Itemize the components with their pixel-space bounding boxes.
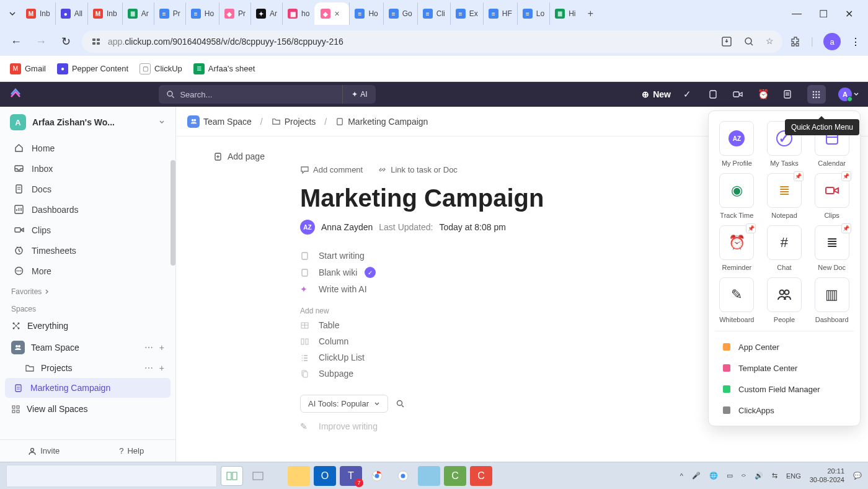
sidebar-item-view-all-spaces[interactable]: View all Spaces — [0, 399, 175, 419]
bookmark-item[interactable]: ≣Arfaa's sheet — [193, 63, 255, 74]
chrome-icon[interactable] — [366, 466, 388, 486]
cam2-icon[interactable]: C — [470, 466, 492, 486]
sidebar-item-docs[interactable]: Docs — [0, 179, 175, 199]
notepad-icon[interactable] — [418, 466, 440, 486]
explorer-icon[interactable] — [288, 466, 310, 486]
zoom-icon[interactable] — [743, 36, 755, 47]
browser-tab[interactable]: MInb — [87, 2, 122, 25]
bookmark-item[interactable]: ▢ClickUp — [140, 63, 182, 74]
sidebar-item-dashboards[interactable]: Dashboards — [0, 199, 175, 220]
browser-tab[interactable]: ≡Ex — [450, 2, 483, 25]
qa-my-profile[interactable]: AZMy Profile — [715, 121, 759, 167]
profile-avatar[interactable]: a — [823, 33, 841, 50]
user-menu[interactable]: A — [838, 87, 859, 101]
nav-reload-button[interactable]: ↻ — [57, 33, 74, 50]
teams-icon[interactable]: T7 — [340, 466, 362, 486]
sidebar-item-clips[interactable]: Clips — [0, 220, 175, 240]
alarm-icon[interactable]: ⏰ — [758, 89, 770, 100]
browser-tab[interactable]: ≡HF — [483, 2, 517, 25]
window-minimize[interactable]: — — [792, 8, 802, 20]
qa-clips[interactable]: 📌Clips — [810, 173, 854, 219]
crumb-doc[interactable]: Marketing Campaign — [348, 117, 428, 127]
sidebar-item-marketing-campaign[interactable]: Marketing Campaign — [5, 378, 170, 398]
qa-notepad[interactable]: ≣📌Notepad — [763, 173, 807, 219]
battery-icon[interactable]: ▭ — [727, 472, 733, 480]
qa-people[interactable]: People — [763, 277, 807, 323]
tray-chevron-icon[interactable]: ^ — [680, 472, 683, 480]
ai-button[interactable]: ✦ AI — [342, 85, 376, 104]
browser-tab[interactable]: ≣Ar — [122, 2, 154, 25]
check-icon[interactable]: ✓ — [683, 89, 696, 100]
extensions-icon[interactable] — [790, 36, 801, 47]
tab-close-icon[interactable]: × — [334, 9, 343, 19]
taskview-icon[interactable] — [221, 466, 243, 486]
sidebar-item-inbox[interactable]: Inbox — [0, 158, 175, 179]
browser-tab[interactable]: ✦Ar — [250, 2, 282, 25]
sidebar-scrollbar[interactable] — [170, 160, 175, 266]
clickup-logo-icon[interactable] — [9, 87, 22, 101]
pin-icon[interactable]: 📌 — [841, 171, 851, 181]
doc-icon[interactable] — [782, 89, 795, 99]
qa-list-app-center[interactable]: App Center — [715, 336, 854, 357]
add-icon[interactable]: + — [159, 363, 164, 373]
bookmark-item[interactable]: ●Pepper Content — [57, 63, 128, 74]
more-icon[interactable]: ⋯ — [144, 343, 153, 352]
qa-reminder[interactable]: ⏰📌Reminder — [715, 225, 759, 271]
browser-tab[interactable]: ≡Ho — [185, 2, 219, 25]
clipboard-icon[interactable] — [708, 89, 720, 99]
browser-tab[interactable]: ≣Hi — [549, 2, 580, 25]
more-icon[interactable]: ⋯ — [144, 363, 153, 373]
bookmark-star-icon[interactable]: ☆ — [766, 36, 774, 47]
qa-list-template-center[interactable]: Template Center — [715, 357, 854, 379]
qa-new-doc[interactable]: ≣📌New Doc — [810, 225, 854, 271]
pin-icon[interactable]: 📌 — [746, 223, 756, 233]
sidebar-item-timesheets[interactable]: Timesheets — [0, 240, 175, 261]
nav-forward-button[interactable]: → — [32, 33, 50, 50]
invite-button[interactable]: Invite — [0, 440, 88, 462]
qa-dashboard[interactable]: ▥Dashboard — [810, 277, 854, 323]
qa-list-clickapps[interactable]: ClickApps — [715, 400, 854, 421]
browser-tab[interactable]: ▦ho — [282, 2, 314, 25]
browser-tab[interactable]: MInb — [21, 2, 55, 25]
outlook-icon[interactable]: O — [314, 466, 336, 486]
tab-list-dropdown[interactable] — [5, 6, 20, 21]
globe-icon[interactable]: 🌐 — [709, 472, 718, 480]
sidebar-item-everything[interactable]: Everything — [0, 316, 175, 336]
lang-indicator[interactable]: ENG — [786, 472, 801, 480]
bookmark-item[interactable]: MGmail — [10, 63, 46, 74]
browser-tab[interactable]: ≡Cli — [417, 2, 450, 25]
pin-icon[interactable]: 📌 — [841, 223, 851, 233]
qa-track-time[interactable]: ◉Track Time — [715, 173, 759, 219]
spaces-section-header[interactable]: Spaces — [0, 298, 175, 316]
sidebar-item-home[interactable]: Home — [0, 138, 175, 158]
workspace-switcher[interactable]: A Arfaa Zishan's Wo... — [0, 107, 175, 138]
global-search-input[interactable]: Search... — [159, 90, 342, 99]
install-app-icon[interactable] — [721, 36, 732, 47]
address-bar[interactable]: app.clickup.com/9016404958/v/dc/8cppuyy-… — [82, 30, 782, 53]
sidebar-item-more[interactable]: More — [0, 261, 175, 281]
taskview2-icon[interactable] — [247, 466, 269, 486]
nav-back-button[interactable]: ← — [7, 33, 25, 50]
help-button[interactable]: ?Help — [88, 440, 176, 462]
mic-icon[interactable]: 🎤 — [692, 472, 701, 480]
wifi-icon[interactable]: ⌔ — [742, 472, 746, 480]
crumb-team-space[interactable]: Team Space — [203, 117, 252, 127]
add-comment-button[interactable]: Add comment — [300, 165, 363, 174]
cam1-icon[interactable]: C — [444, 466, 466, 486]
browser-tab[interactable]: ◆Pr — [219, 2, 250, 25]
browser-tab[interactable]: ≡Pr — [154, 2, 185, 25]
pin-icon[interactable]: 📌 — [794, 171, 804, 181]
sidebar-item-projects[interactable]: Projects ⋯+ — [0, 359, 175, 377]
sidebar-item-team-space[interactable]: Team Space ⋯+ — [0, 336, 175, 359]
browser-tab[interactable]: ≡Ho — [349, 2, 383, 25]
qa-chat[interactable]: #Chat — [763, 225, 807, 271]
volume-icon[interactable]: 🔊 — [755, 472, 763, 480]
browser-tab[interactable]: ◆× — [314, 2, 349, 25]
new-button[interactable]: ⊕ New — [642, 89, 671, 99]
add-icon[interactable]: + — [159, 343, 164, 352]
sync-icon[interactable]: ⇆ — [772, 472, 777, 480]
link-task-button[interactable]: Link to task or Doc — [378, 165, 458, 174]
window-close[interactable]: ✕ — [845, 8, 853, 20]
crumb-projects[interactable]: Projects — [285, 117, 316, 127]
window-maximize[interactable]: ☐ — [819, 8, 828, 20]
